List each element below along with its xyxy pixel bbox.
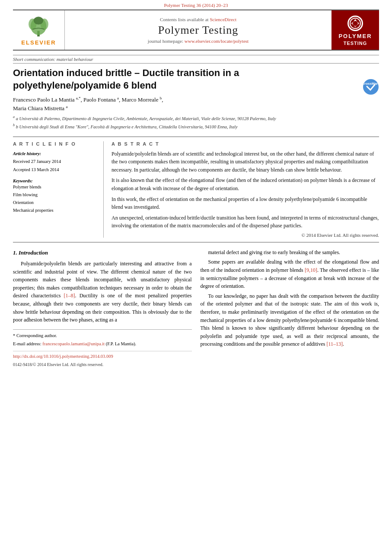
body-text-right: material defect and giving rise to early… [201, 248, 379, 348]
section-label: Short communication: material behaviour [13, 55, 379, 64]
intro-right-p3: To our knowledge, no paper has dealt wit… [201, 292, 379, 348]
article-info-heading: A R T I C L E I N F O [13, 141, 96, 146]
svg-point-4 [34, 17, 43, 25]
svg-text:CrossMark: CrossMark [363, 82, 379, 86]
abstract-copyright: © 2014 Elsevier Ltd. All rights reserved… [112, 232, 379, 238]
author-4: Maria Chiara Mistretta [13, 105, 64, 111]
intro-right-p2: Some papers are available dealing with t… [201, 258, 379, 290]
abstract-heading: A B S T R A C T [112, 141, 379, 146]
journal-header: ELSEVIER Contents lists available at Sci… [13, 10, 379, 51]
body-col-left: 1. Introduction Polyamide/polyolefin ble… [13, 248, 192, 368]
badge-line2: TESTING [338, 40, 372, 46]
intro-right-p1: material defect and giving rise to early… [201, 248, 379, 257]
body-section: 1. Introduction Polyamide/polyolefin ble… [13, 248, 379, 368]
history-label: Article history: [13, 150, 96, 158]
received-date: Received 27 January 2014 [13, 158, 96, 166]
keyword-3: Orientation [13, 199, 96, 207]
keyword-1: Polymer blends [13, 183, 96, 191]
article-content: Short communication: material behaviour … [13, 51, 379, 372]
affiliation-a: a a Università di Palermo, Dipartimento … [13, 115, 379, 122]
journal-title: Polymer Testing [158, 24, 238, 37]
ref-11-13[interactable]: [11–13] [326, 341, 343, 347]
doi-line: http://dx.doi.org/10.1016/j.polymertesti… [13, 351, 192, 368]
author-3: Marco Morreale [122, 97, 159, 103]
sciencedirect-line: Contents lists available at ScienceDirec… [160, 17, 236, 22]
body-col-right: material defect and giving rise to early… [201, 248, 379, 368]
authors-line-2: Maria Chiara Mistretta a [13, 105, 379, 112]
abstract-col: A B S T R A C T Polyamide/polyolefin ble… [104, 141, 379, 238]
elsevier-logo: ELSEVIER [21, 14, 56, 46]
intro-p1: Polyamide/polyolefin blends are particul… [13, 260, 192, 324]
doi-url[interactable]: http://dx.doi.org/10.1016/j.polymertesti… [13, 353, 192, 360]
article-info-col: A R T I C L E I N F O Article history: R… [13, 141, 104, 238]
email-link[interactable]: francescopaolo.lamantia@unipa.it [42, 341, 105, 346]
elsevier-wordmark: ELSEVIER [21, 39, 56, 46]
journal-badge: POLYMER TESTING [331, 10, 379, 50]
author-1: Francesco Paolo La Mantia [13, 97, 75, 103]
journal-homepage: journal homepage: www.elsevier.com/locat… [148, 38, 249, 44]
section-1-heading: 1. Introduction [13, 248, 192, 257]
accepted-date: Accepted 13 March 2014 [13, 166, 96, 174]
citation-text: Polymer Testing 36 (2014) 20–23 [164, 3, 228, 8]
article-history: Article history: Received 27 January 201… [13, 150, 96, 175]
crossmark-area[interactable]: CrossMark [363, 79, 379, 97]
body-text-left: Polyamide/polyolefin blends are particul… [13, 260, 192, 324]
article-title: Orientation induced brittle – Ductile tr… [13, 67, 294, 92]
badge-text: POLYMER TESTING [338, 14, 372, 46]
journal-citation: Polymer Testing 36 (2014) 20–23 [0, 0, 392, 10]
elsevier-tree-icon [23, 14, 54, 38]
sciencedirect-link[interactable]: ScienceDirect [210, 17, 236, 22]
keywords-label: Keywords: [13, 178, 96, 183]
ref-9-10[interactable]: [9,10] [305, 267, 317, 273]
authors-line: Francesco Paolo La Mantia a,*, Paolo Fon… [13, 96, 379, 103]
journal-title-area: Contents lists available at ScienceDirec… [65, 10, 331, 50]
abstract-p1: Polyamide/polyolefin blends are of scien… [112, 150, 379, 174]
affiliations: a a Università di Palermo, Dipartimento … [13, 115, 379, 131]
keywords-section: Keywords: Polymer blends Film blowing Or… [13, 178, 96, 214]
abstract-p4: An unexpected, orientation-induced britt… [112, 214, 379, 230]
badge-line1: POLYMER [338, 33, 372, 40]
badge-circle [347, 16, 363, 31]
doi-copyright: 0142-9418/© 2014 Elsevier Ltd. All right… [13, 361, 192, 368]
author-2: Paolo Fontana [83, 97, 116, 103]
abstract-text: Polyamide/polyolefin blends are of scien… [112, 150, 379, 230]
info-abstract-section: A R T I C L E I N F O Article history: R… [13, 137, 379, 242]
abstract-p3: In this work, the effect of orientation … [112, 195, 379, 211]
keyword-2: Film blowing [13, 191, 96, 199]
footnote-area: * Corresponding author. E-mail address: … [13, 329, 192, 348]
corresponding-note: * Corresponding author. [13, 332, 192, 340]
affiliation-b: b b Università degli Studi di Enna "Kore… [13, 123, 379, 130]
elsevier-logo-area: ELSEVIER [13, 10, 65, 50]
homepage-link[interactable]: www.elsevier.com/locate/polytest [185, 38, 249, 44]
abstract-p2: It is also known that the effect of the … [112, 176, 379, 192]
ref-1-8[interactable]: [1–8] [64, 293, 75, 299]
email-line: E-mail address: francescopaolo.lamantia@… [13, 341, 192, 348]
keyword-4: Mechanical properties [13, 207, 96, 214]
crossmark-icon: CrossMark [363, 79, 379, 95]
